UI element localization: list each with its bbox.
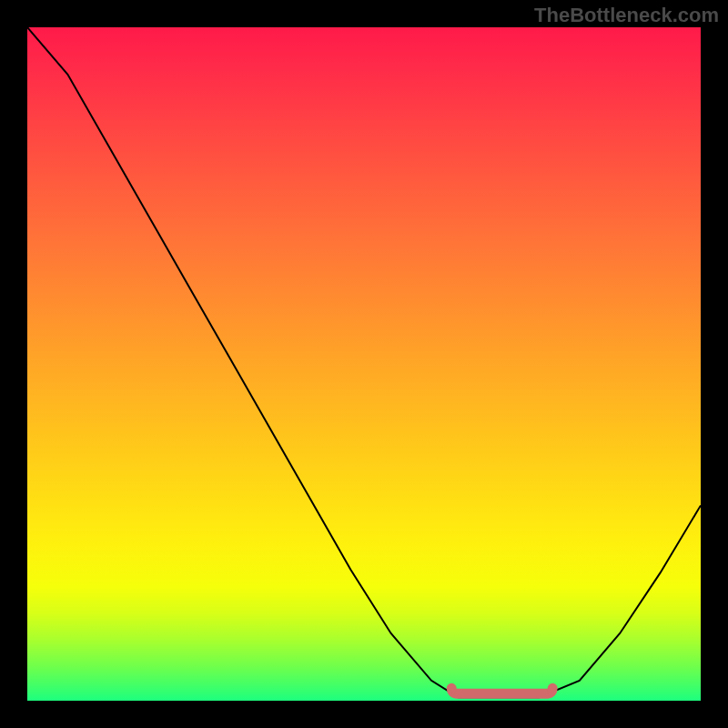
watermark-text: TheBottleneck.com — [534, 4, 719, 27]
chart-svg — [27, 27, 701, 701]
highlight-path — [451, 688, 552, 693]
curve-path — [27, 27, 701, 697]
chart-frame — [27, 27, 701, 701]
